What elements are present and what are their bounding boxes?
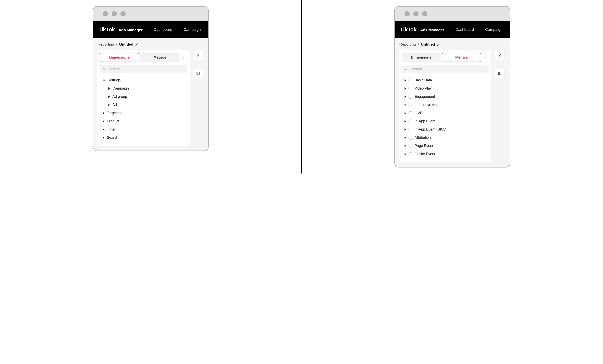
filter-button[interactable] xyxy=(193,50,203,60)
search-input[interactable] xyxy=(410,67,486,71)
checkbox[interactable] xyxy=(408,103,412,107)
tab-metrics[interactable]: Metrics xyxy=(140,53,179,62)
tree-node-search[interactable]: Search xyxy=(100,133,187,142)
browser-window-right: TikTok : Ads Manager Dashboard Campaign … xyxy=(394,6,510,167)
tab-metrics[interactable]: Metrics xyxy=(442,53,481,62)
chevron-right-icon xyxy=(405,136,406,139)
brand-colon-icon: : xyxy=(417,27,420,33)
brand-logo: TikTok : Ads Manager xyxy=(98,27,142,33)
checkbox[interactable] xyxy=(408,136,412,140)
checkbox[interactable] xyxy=(408,78,412,82)
checkbox[interactable] xyxy=(408,152,412,156)
tree-node-interactive-addon[interactable]: Interactive Add-on xyxy=(402,101,488,109)
tab-dimensions[interactable]: Dimensions xyxy=(402,53,441,62)
svg-point-5 xyxy=(405,68,407,70)
chevron-right-icon xyxy=(405,120,406,122)
filter-button[interactable] xyxy=(495,50,505,60)
traffic-light-icon xyxy=(120,11,126,16)
top-nav: TikTok : Ads Manager Dashboard Campaign xyxy=(93,21,208,38)
tree-node-targeting[interactable]: Targeting xyxy=(100,109,187,117)
top-nav: TikTok : Ads Manager Dashboard Campaign xyxy=(395,21,510,38)
tree-node-attribution[interactable]: Attribution xyxy=(402,133,488,142)
tree-label: Ad xyxy=(112,103,117,107)
browser-window-left: TikTok : Ads Manager Dashboard Campaign … xyxy=(93,6,209,151)
checkbox[interactable] xyxy=(408,87,412,90)
tree-node-live[interactable]: LIVE xyxy=(402,109,488,117)
tree-node-campaign[interactable]: Campaign xyxy=(100,84,187,93)
tree-node-engagement[interactable]: Engagement xyxy=(402,93,488,101)
edit-title-icon[interactable] xyxy=(437,43,440,46)
search-icon xyxy=(405,67,408,71)
traffic-light-icon xyxy=(103,11,108,16)
tree-label: Campaign xyxy=(112,86,129,90)
window-titlebar xyxy=(395,7,510,21)
chevron-right-icon xyxy=(405,153,406,155)
svg-point-0 xyxy=(104,68,105,70)
chevron-down-icon xyxy=(103,79,105,81)
checkbox[interactable] xyxy=(408,95,412,99)
checkbox[interactable] xyxy=(408,120,412,123)
crumb-root[interactable]: Reporting xyxy=(98,42,114,47)
tree-label: Basic Data xyxy=(415,78,432,82)
checkbox[interactable] xyxy=(408,144,412,148)
search-input[interactable] xyxy=(108,67,184,71)
chevron-right-icon xyxy=(108,87,110,90)
crumb-root[interactable]: Reporting xyxy=(399,42,416,47)
breadcrumb: Reporting / Untitled xyxy=(98,42,204,47)
chevron-right-icon xyxy=(405,79,406,82)
search-input-wrap[interactable] xyxy=(402,65,488,73)
search-input-wrap[interactable] xyxy=(100,65,187,73)
traffic-light-icon xyxy=(413,11,418,16)
checkbox[interactable] xyxy=(408,111,412,115)
tree-node-video-play[interactable]: Video Play xyxy=(402,84,488,93)
tree-node-ad[interactable]: Ad xyxy=(100,101,187,109)
chevron-right-icon xyxy=(405,87,406,90)
breadcrumb: Reporting / Untitled xyxy=(399,42,506,47)
nav-dashboard[interactable]: Dashboard xyxy=(154,27,172,32)
tree-label: Product xyxy=(107,119,119,123)
brand-colon-icon: : xyxy=(115,27,118,33)
tree-node-in-app-event-skan[interactable]: In-App Event (SKAN) xyxy=(402,125,488,133)
tree-node-time[interactable]: Time xyxy=(100,125,187,133)
collapse-panel-icon[interactable]: « xyxy=(483,55,488,60)
chevron-right-icon xyxy=(108,104,110,106)
edit-title-icon[interactable] xyxy=(135,43,139,46)
tree-node-onsite-event[interactable]: Onsite Event xyxy=(402,150,488,158)
traffic-light-icon xyxy=(405,11,410,16)
chevron-right-icon xyxy=(103,136,104,139)
chevron-right-icon xyxy=(103,120,104,122)
svg-rect-2 xyxy=(197,72,199,75)
checkbox[interactable] xyxy=(408,128,412,131)
chevron-right-icon xyxy=(108,96,110,98)
chevron-right-icon xyxy=(405,128,406,131)
selector-panel: Dimensions Metrics « Settings xyxy=(97,50,190,146)
tree-node-page-event[interactable]: Page Event xyxy=(402,142,488,150)
nav-dashboard[interactable]: Dashboard xyxy=(455,27,474,32)
collapse-panel-icon[interactable]: « xyxy=(181,55,187,60)
tree-label: Ad group xyxy=(112,95,127,99)
svg-line-6 xyxy=(407,69,407,70)
columns-button[interactable] xyxy=(193,68,203,78)
nav-campaign[interactable]: Campaign xyxy=(485,27,503,32)
tree-node-settings[interactable]: Settings xyxy=(100,76,187,84)
tree-label: Video Play xyxy=(415,86,432,90)
tree-node-in-app-event[interactable]: In-App Event xyxy=(402,117,488,125)
tree-label: LIVE xyxy=(415,111,422,115)
selector-panel: Dimensions Metrics « Basic Data Video Pl… xyxy=(399,50,491,162)
columns-icon xyxy=(196,71,200,75)
crumb-sep: / xyxy=(418,42,419,47)
tree-label: Attribution xyxy=(415,135,431,140)
chevron-right-icon xyxy=(103,112,104,114)
brand-tail: Ads Manager xyxy=(420,28,444,32)
columns-button[interactable] xyxy=(495,68,505,78)
tree-label: Engagement xyxy=(415,95,435,99)
tree-node-ad-group[interactable]: Ad group xyxy=(100,93,187,101)
tab-dimensions[interactable]: Dimensions xyxy=(100,53,139,62)
nav-campaign[interactable]: Campaign xyxy=(184,27,201,32)
tree-label: In-App Event xyxy=(415,119,435,123)
chevron-right-icon xyxy=(405,145,406,147)
tree-node-basic-data[interactable]: Basic Data xyxy=(402,76,488,84)
brand-name: TikTok xyxy=(400,27,417,33)
tree-label: Time xyxy=(107,127,115,132)
tree-node-product[interactable]: Product xyxy=(100,117,187,125)
